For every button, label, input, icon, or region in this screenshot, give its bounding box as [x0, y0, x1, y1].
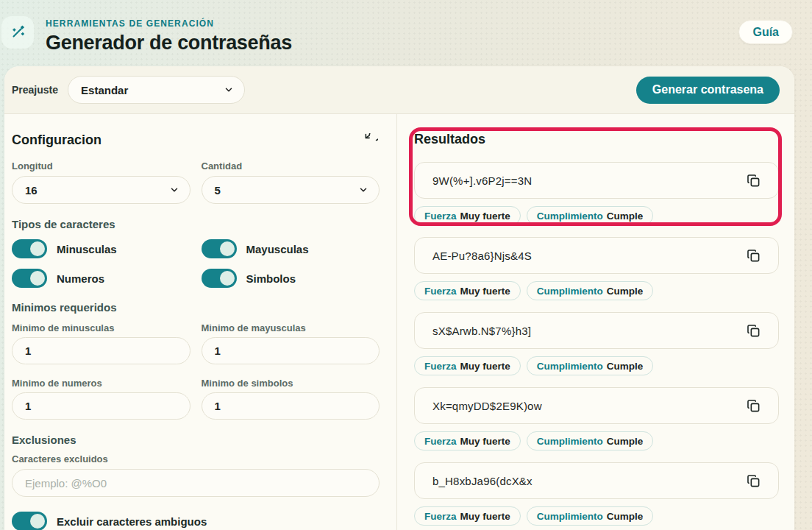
min-symbols-input[interactable]	[202, 392, 380, 420]
password-value: b_H8xbJa96(dcX&x	[432, 475, 533, 487]
strength-badge: Fuerza Muy fuerte	[414, 281, 521, 300]
preset-select[interactable]: Estandar	[68, 76, 245, 104]
page-header: HERRAMIENTAS DE GENERACIÓN Generador de …	[0, 0, 812, 66]
section-eyebrow: HERRAMIENTAS DE GENERACIÓN	[46, 18, 292, 29]
password-value: 9W(%+].v6P2j==3N	[432, 174, 532, 187]
toggle-uppercase[interactable]: Mayusculas	[202, 239, 380, 258]
magic-wand-icon	[10, 24, 26, 40]
length-select[interactable]: 16	[12, 176, 190, 204]
compliance-badge: Cumplimiento Cumple	[527, 431, 654, 451]
generate-password-button[interactable]: Generar contrasena	[636, 77, 780, 104]
compliance-badge: Cumplimiento Cumple	[527, 281, 654, 300]
copy-button[interactable]	[745, 247, 762, 264]
length-select-value: 16	[25, 184, 38, 197]
compliance-badge: Cumplimiento Cumple	[527, 356, 654, 375]
quantity-select-value: 5	[215, 184, 221, 197]
compliance-badge: Cumplimiento Cumple	[527, 506, 654, 526]
copy-button[interactable]	[745, 172, 762, 189]
toggle-switch[interactable]	[202, 269, 237, 288]
chevron-down-icon	[169, 185, 179, 195]
toggle-switch[interactable]	[12, 239, 47, 258]
toggle-numbers[interactable]: Numeros	[12, 269, 190, 288]
password-value: Xk=qmyDD$2E9K)ow	[432, 400, 542, 412]
preset-label: Preajuste	[12, 84, 58, 96]
guide-button[interactable]: Guía	[738, 20, 793, 44]
copy-icon	[747, 399, 761, 413]
password-field: 9W(%+].v6P2j==3N	[414, 162, 779, 199]
copy-icon	[747, 324, 761, 338]
min-uppercase-input[interactable]	[202, 337, 380, 364]
min-uppercase-label: Minimo de mayusculas	[202, 322, 380, 333]
minimums-title: Minimos requeridos	[12, 301, 380, 314]
strength-badge: Fuerza Muy fuerte	[414, 356, 521, 375]
password-value: sX$Arwb.N$7%}h3]	[432, 325, 531, 337]
reset-ccw-icon	[364, 133, 378, 147]
toggle-lowercase[interactable]: Minusculas	[12, 239, 190, 258]
copy-icon	[747, 249, 761, 263]
quantity-label: Cantidad	[202, 160, 380, 172]
result-item: Xk=qmyDD$2E9K)ow Fuerza Muy fuerte Cumpl…	[414, 387, 779, 451]
exclusions-title: Exclusiones	[12, 434, 380, 446]
password-field: Xk=qmyDD$2E9K)ow	[414, 387, 779, 424]
min-numbers-label: Minimo de numeros	[12, 378, 190, 389]
result-item: AE-Pu?8a6}Njs&4S Fuerza Muy fuerte Cumpl…	[414, 237, 779, 300]
toggle-switch[interactable]	[12, 269, 47, 288]
copy-button[interactable]	[745, 473, 762, 490]
password-field: AE-Pu?8a6}Njs&4S	[414, 237, 779, 274]
reset-button[interactable]	[363, 132, 380, 149]
copy-icon	[747, 174, 761, 188]
toggle-switch[interactable]	[202, 239, 237, 258]
min-symbols-label: Minimo de simbolos	[202, 378, 380, 389]
app-icon-badge	[1, 16, 34, 49]
result-item: 9W(%+].v6P2j==3N Fuerza Muy fuerte Cumpl…	[414, 162, 779, 225]
password-field: sX$Arwb.N$7%}h3]	[414, 312, 779, 349]
password-value: AE-Pu?8a6}Njs&4S	[432, 250, 532, 262]
configuration-title: Configuracion	[12, 132, 102, 148]
preset-bar: Preajuste Estandar Generar contrasena	[4, 66, 794, 114]
min-lowercase-label: Minimo de minusculas	[12, 322, 190, 333]
preset-select-value: Estandar	[81, 84, 128, 96]
min-lowercase-input[interactable]	[12, 337, 190, 364]
char-types-title: Tipos de caracteres	[12, 218, 380, 230]
compliance-badge: Cumplimiento Cumple	[527, 206, 654, 225]
excluded-chars-label: Caracteres excluidos	[12, 453, 380, 464]
chevron-down-icon	[358, 185, 368, 195]
copy-icon	[747, 474, 761, 488]
main-card: Preajuste Estandar Generar contrasena Co…	[4, 66, 794, 530]
configuration-panel: Configuracion Longitud 16	[4, 114, 397, 530]
password-field: b_H8xbJa96(dcX&x	[414, 462, 779, 499]
page-title: Generador de contraseñas	[46, 32, 292, 54]
result-item: sX$Arwb.N$7%}h3] Fuerza Muy fuerte Cumpl…	[414, 312, 779, 375]
strength-badge: Fuerza Muy fuerte	[414, 206, 521, 225]
results-panel: Resultados 9W(%+].v6P2j==3N Fuerza Muy f…	[397, 114, 794, 530]
strength-badge: Fuerza Muy fuerte	[414, 506, 521, 526]
result-item: b_H8xbJa96(dcX&x Fuerza Muy fuerte Cumpl…	[414, 462, 779, 526]
copy-button[interactable]	[745, 398, 762, 414]
results-title: Resultados	[414, 132, 779, 147]
quantity-select[interactable]: 5	[202, 176, 380, 204]
toggle-exclude-ambiguous[interactable]: Excluir caracteres ambiguos	[12, 512, 380, 530]
min-numbers-input[interactable]	[12, 392, 190, 420]
toggle-symbols[interactable]: Simbolos	[202, 269, 380, 288]
chevron-down-icon	[224, 85, 234, 95]
strength-badge: Fuerza Muy fuerte	[414, 431, 521, 451]
length-label: Longitud	[12, 160, 190, 172]
copy-button[interactable]	[745, 322, 762, 339]
toggle-switch[interactable]	[12, 512, 47, 530]
excluded-chars-input[interactable]	[12, 469, 380, 497]
